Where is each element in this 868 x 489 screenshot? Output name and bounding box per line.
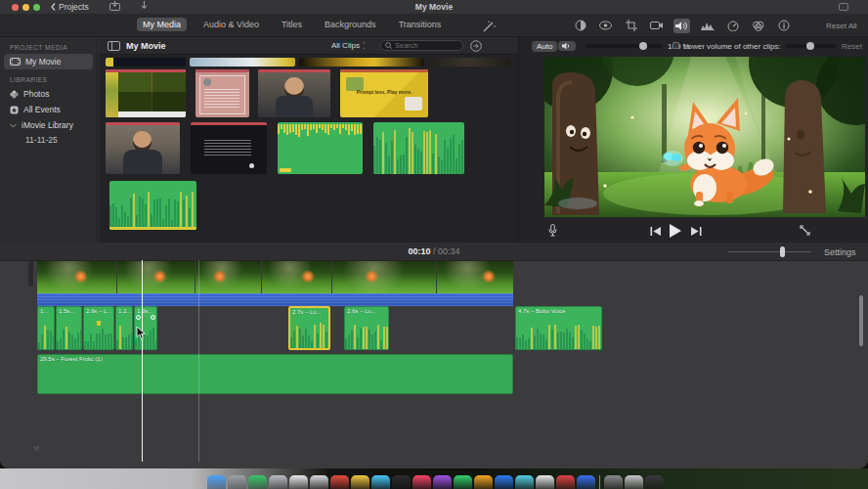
volume-tool-icon[interactable] [673, 19, 690, 33]
dock-app-icon[interactable] [351, 475, 369, 489]
dock-app-icon[interactable] [645, 475, 664, 489]
stabilization-icon[interactable] [648, 19, 665, 33]
dock-app-icon[interactable] [454, 475, 472, 489]
mute-button[interactable] [558, 41, 576, 51]
auto-volume-button[interactable]: Auto [532, 41, 557, 52]
reset-volume-button[interactable]: Reset [842, 42, 862, 51]
lower-volume-checkbox[interactable] [673, 42, 679, 49]
sidebar-item-imovie-library[interactable]: iMovie Library [0, 117, 97, 133]
video-audio-track[interactable] [37, 293, 513, 306]
dock-app-icon[interactable] [248, 475, 267, 489]
dock-app-icon[interactable] [625, 475, 643, 489]
tab-my-media[interactable]: My Media [137, 18, 187, 31]
timeline-zoom-slider[interactable] [728, 251, 811, 252]
auto-play-filter-icon[interactable] [470, 40, 482, 52]
fade-handle[interactable] [151, 315, 155, 320]
dock-app-icon[interactable] [310, 475, 328, 489]
dock-app-icon[interactable] [556, 475, 575, 489]
media-thumbnail-audio-clip[interactable] [373, 122, 464, 174]
dock-app-icon[interactable] [392, 475, 411, 489]
dock-app-icon[interactable] [577, 475, 595, 489]
media-thumbnail-audio-clip[interactable] [109, 181, 196, 230]
audio-clip[interactable]: 2.9s – L... [83, 306, 114, 350]
media-thumbnail-promo[interactable]: Prompt less. Play more. [340, 69, 428, 117]
play-button[interactable] [669, 224, 681, 238]
video-clip-segment[interactable] [332, 261, 436, 293]
adjust-toolbar [572, 17, 792, 34]
dock-app-icon[interactable] [433, 475, 452, 489]
media-thumbnail-terminal[interactable] [191, 122, 267, 174]
window-extra-icon[interactable] [839, 3, 848, 11]
color-correction-icon[interactable] [597, 19, 614, 33]
tab-transitions[interactable]: Transitions [393, 18, 448, 31]
video-clip-segment[interactable] [262, 261, 331, 293]
tab-titles[interactable]: Titles [276, 18, 308, 31]
next-frame-button[interactable] [691, 227, 702, 236]
dock-app-icon[interactable] [412, 475, 431, 489]
fullscreen-icon[interactable] [800, 225, 810, 236]
search-input[interactable]: Search [380, 40, 463, 51]
speed-icon[interactable] [724, 19, 741, 33]
noise-reduction-eq-icon[interactable] [699, 19, 716, 33]
timeline-gutter-handle[interactable] [28, 261, 33, 287]
dock-app-icon[interactable] [289, 475, 308, 489]
dock-app-icon[interactable] [604, 475, 623, 489]
dock-app-icon[interactable] [536, 475, 554, 489]
volume-slider[interactable] [586, 42, 662, 50]
fade-handle[interactable] [136, 315, 141, 320]
snap-guide-line [198, 260, 199, 462]
video-clip-segment[interactable] [437, 261, 513, 293]
sidebar-item-photos[interactable]: Photos [0, 86, 97, 102]
dock-app-icon[interactable] [515, 475, 534, 489]
sidebar-item-all-events[interactable]: All Events [0, 102, 97, 117]
clip-filter-dropdown[interactable]: All Clips ⌃⌄ [331, 41, 366, 50]
media-thumbnail-webcam[interactable] [106, 122, 180, 174]
audio-clip[interactable]: 1... [37, 306, 55, 350]
color-balance-icon[interactable] [572, 19, 588, 33]
media-thumbnail[interactable] [106, 58, 186, 67]
sidebar-toggle-icon[interactable] [108, 41, 120, 51]
voiceover-mic-icon[interactable] [548, 224, 557, 237]
tab-backgrounds[interactable]: Backgrounds [319, 18, 382, 31]
media-thumbnail-presenter[interactable] [258, 69, 330, 117]
media-thumbnail[interactable] [190, 58, 295, 67]
timeline-settings-button[interactable]: Settings [824, 247, 856, 257]
video-clip-segment[interactable] [117, 261, 195, 293]
dock-app-icon[interactable] [269, 475, 287, 489]
media-thumbnail-app-screenshot[interactable] [106, 69, 186, 117]
playhead[interactable] [142, 260, 143, 462]
audio-clip[interactable]: 1.2... [115, 306, 133, 350]
sidebar-item-my-movie[interactable]: My Movie [4, 54, 93, 69]
media-thumbnail[interactable] [299, 58, 424, 67]
crop-icon[interactable] [623, 19, 639, 33]
media-thumbnail[interactable] [428, 58, 511, 67]
sidebar-item-event-11-11-25[interactable]: 11-11-25 [0, 133, 97, 147]
enhance-magic-wand-icon[interactable] [483, 21, 496, 32]
audio-clip[interactable]: 1.5s... [56, 306, 82, 350]
video-preview[interactable] [544, 57, 865, 217]
dock-app-icon[interactable] [330, 475, 349, 489]
dropdown-chevrons-icon: ⌃⌄ [362, 43, 366, 49]
total-duration: 00:34 [438, 246, 460, 256]
dock-app-icon[interactable] [495, 475, 513, 489]
media-thumbnail-document[interactable] [195, 69, 249, 117]
video-clip-segment[interactable] [195, 261, 261, 293]
reset-all-button[interactable]: Reset All [826, 22, 857, 30]
media-thumbnail-audio-clip[interactable] [278, 122, 363, 174]
duck-slider[interactable] [785, 42, 836, 50]
clip-information-icon[interactable] [775, 19, 792, 33]
audio-clip[interactable]: 2.6s – Lu... [344, 306, 389, 350]
dock-app-icon[interactable] [474, 475, 493, 489]
dock-app-icon[interactable] [371, 475, 390, 489]
audio-clip[interactable]: 4.7s – Bobo Voice [515, 306, 602, 350]
timeline-zoom-knob[interactable] [780, 246, 785, 257]
tab-audio-video[interactable]: Audio & Video [197, 18, 265, 31]
background-music-clip[interactable]: 29.5s – Forest Frolic (1) [37, 354, 513, 394]
audio-clip-selected[interactable]: 2.7s – Lu... [288, 306, 330, 350]
previous-frame-button[interactable] [650, 227, 661, 236]
timeline-scrollbar[interactable] [859, 295, 863, 346]
video-clip-segment[interactable] [37, 261, 116, 293]
clip-filter-audio-effects-icon[interactable] [750, 19, 766, 33]
dock-app-icon[interactable] [228, 475, 246, 489]
dock-app-icon[interactable] [207, 475, 226, 489]
